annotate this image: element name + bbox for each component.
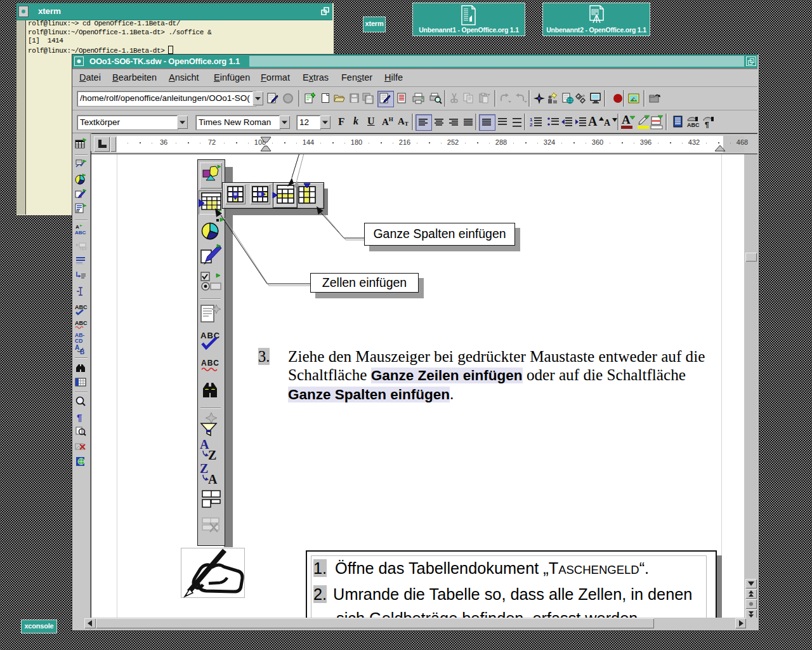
svg-text:A: A (75, 224, 79, 230)
svg-text:A: A (75, 344, 79, 351)
svg-text:ABC: ABC (75, 304, 88, 310)
svg-text:¶: ¶ (705, 121, 709, 128)
svg-text:ABC: ABC (75, 320, 88, 326)
svg-text:ABC: ABC (687, 122, 700, 128)
svg-text:TEXT: TEXT (79, 247, 88, 251)
svg-text:¶: ¶ (77, 412, 82, 423)
svg-text:2: 2 (530, 122, 533, 128)
svg-text:ABC: ABC (75, 230, 86, 235)
